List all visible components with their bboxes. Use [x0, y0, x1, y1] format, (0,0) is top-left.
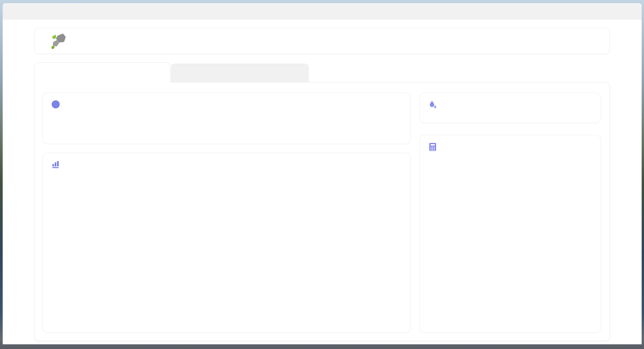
viscosity-chart — [52, 174, 401, 325]
shear-viscosity-header — [429, 143, 592, 151]
graph-panel — [43, 153, 411, 333]
tab-bar — [35, 62, 610, 82]
app-window — [3, 3, 642, 344]
shear-viscosity-panel — [420, 135, 601, 333]
tab-result[interactable] — [35, 62, 170, 83]
result-content-card — [35, 82, 610, 341]
bar-chart-icon — [52, 160, 60, 168]
tab-raw-data[interactable] — [171, 64, 309, 82]
right-column — [420, 93, 601, 333]
file-info-panel — [43, 93, 411, 144]
page-content — [3, 19, 642, 344]
file-info-header — [52, 100, 401, 108]
blood-viscosity-header — [429, 100, 592, 109]
ubiosis-logo — [49, 32, 72, 50]
app-header — [35, 28, 610, 54]
blood-viscosity-panel — [420, 93, 601, 123]
logo-mark-icon — [49, 32, 70, 50]
calculator-icon — [429, 143, 437, 151]
droplets-icon — [429, 100, 437, 109]
graph-header — [52, 160, 401, 168]
info-icon — [52, 100, 60, 108]
left-column — [43, 93, 411, 333]
window-titlebar — [3, 4, 642, 19]
